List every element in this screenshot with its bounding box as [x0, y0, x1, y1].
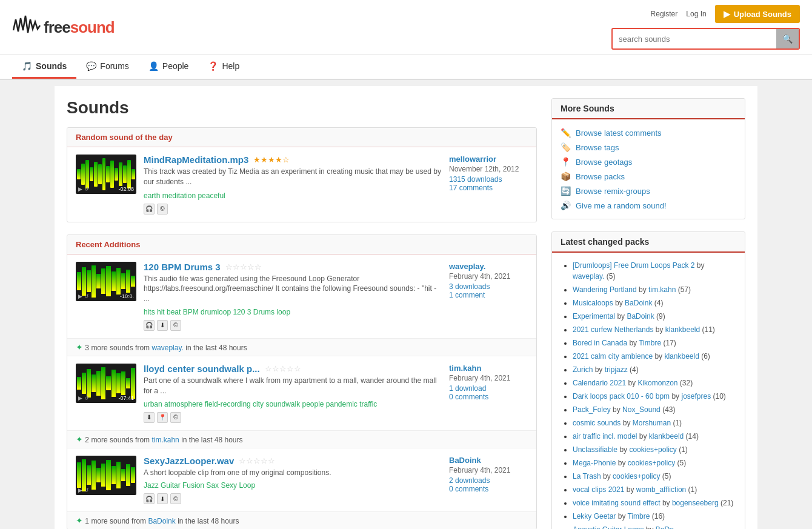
- pack-author-link[interactable]: tim.kahn: [648, 285, 676, 294]
- random-sound-tags: earth meditation peaceful: [144, 191, 442, 200]
- pack-author-link[interactable]: Kikomonzon: [637, 379, 677, 387]
- browse-packs-link[interactable]: 📦 Browse packs: [561, 169, 736, 184]
- pack-name-link[interactable]: voice imitating sound effect: [573, 499, 661, 507]
- pack-author-link[interactable]: bogenseeberg: [672, 499, 719, 507]
- sound3-desc: A short loopable clip from one of my ori…: [144, 468, 442, 478]
- login-link[interactable]: Log In: [686, 10, 706, 18]
- sound1-waveform[interactable]: ▶ ↺ -10:0.: [76, 262, 136, 301]
- sound3-waveform[interactable]: ▶ ↺: [76, 456, 136, 495]
- sound2-headphone-icon[interactable]: ⬇: [144, 412, 155, 423]
- pack-name-link[interactable]: air traffic incl. model: [573, 432, 637, 441]
- copyright-icon[interactable]: ©: [157, 204, 168, 215]
- sound3-more-user[interactable]: BaDoink: [148, 517, 175, 525]
- pack-author-link[interactable]: BaDo...: [656, 525, 680, 529]
- random-sound-user[interactable]: mellowarrior: [449, 155, 528, 164]
- pack-name-link[interactable]: Dark loops pack 010 - 60 bpm: [573, 392, 670, 401]
- pack-author-link[interactable]: josefpres: [681, 392, 711, 401]
- pack-author-link[interactable]: Timbre: [628, 512, 650, 521]
- random-sound-item: ▶ ↺ -02:08 MindRapMeditation.mp3 ★★★★☆ T…: [67, 147, 536, 222]
- browse-tags-link[interactable]: 🏷️ Browse tags: [561, 140, 736, 155]
- pack-author-link[interactable]: klankbeeld: [649, 432, 684, 441]
- upload-sounds-button[interactable]: ▶ Upload Sounds: [715, 5, 800, 23]
- pack-name-link[interactable]: 2021 calm city ambience: [573, 352, 653, 361]
- pack-name-link[interactable]: Wandering Portland: [573, 285, 637, 294]
- sound3-downloads[interactable]: 2 downloads: [449, 476, 528, 485]
- search-input[interactable]: [613, 30, 776, 48]
- sound1-user[interactable]: waveplay.: [449, 262, 528, 271]
- pack-name-link[interactable]: Pack_Foley: [573, 405, 611, 414]
- pack-author-link[interactable]: BaDoink: [627, 312, 654, 321]
- pack-name-link[interactable]: [Drumloops] Free Drum Loops Pack 2: [573, 261, 694, 270]
- logo[interactable]: freesound: [12, 13, 115, 41]
- pack-name-link[interactable]: 2021 curfew Netherlands: [573, 325, 653, 334]
- pack-author-link[interactable]: cookies+policy: [629, 445, 676, 454]
- pack-name-link[interactable]: Lekky Geetar: [573, 512, 616, 521]
- pack-name-link[interactable]: Bored in Canada: [573, 339, 627, 347]
- sound2-comments[interactable]: 0 comments: [449, 393, 528, 401]
- sound1-headphone-icon[interactable]: 🎧: [144, 320, 155, 331]
- search-button[interactable]: 🔍: [776, 29, 799, 48]
- sound1-copyright-icon[interactable]: ©: [170, 320, 181, 331]
- random-sound-comments[interactable]: 17 comments: [449, 184, 528, 192]
- sound2-title[interactable]: lloyd center soundwalk p...: [144, 364, 260, 374]
- sound2-waveform[interactable]: ▶ ↺ -07:41: [76, 364, 136, 403]
- sound2-more-user[interactable]: tim.kahn: [151, 436, 179, 444]
- pack-name-link[interactable]: cosmic sounds: [573, 419, 621, 427]
- pack-author-link[interactable]: cookies+policy: [628, 459, 675, 467]
- sound1-more-user[interactable]: waveplay.: [151, 344, 183, 352]
- sound3-user[interactable]: BaDoink: [449, 456, 528, 465]
- pack-author-link[interactable]: Morshuman: [633, 419, 671, 427]
- pack-name-link[interactable]: Experimental: [573, 312, 615, 321]
- nav-help[interactable]: ❓ Help: [198, 55, 249, 79]
- pack-name-link[interactable]: Mega-Phonie: [573, 459, 616, 467]
- headphone-icon[interactable]: 🎧: [144, 204, 155, 215]
- sound2-more-link: ✦ 2 more sounds from tim.kahn in the las…: [67, 431, 536, 448]
- pack-name-link[interactable]: Zurich: [573, 365, 593, 374]
- sound1-comments[interactable]: 1 comment: [449, 291, 528, 299]
- sound-item-3: ▶ ↺ SexyJazzLooper.wav ☆☆☆☆☆ A short loo…: [67, 448, 536, 513]
- more-sounds-section: More Sounds ✏️ Browse latest comments 🏷️…: [551, 98, 745, 219]
- pack-author-link[interactable]: BaDoink: [625, 299, 652, 307]
- pack-author-link[interactable]: tripjazz: [605, 365, 628, 374]
- sound3-copyright-icon[interactable]: ©: [170, 493, 181, 504]
- nav-forums[interactable]: 💬 Forums: [76, 55, 138, 79]
- random-waveform[interactable]: ▶ ↺ -02:08: [76, 155, 136, 194]
- pack-author-link[interactable]: waveplay.: [573, 272, 604, 281]
- sound2-desc: Part one of a soundwalk where I walk fro…: [144, 376, 442, 396]
- nav-people[interactable]: 👤 People: [139, 55, 199, 79]
- sound1-title[interactable]: 120 BPM Drums 3: [144, 262, 221, 272]
- browse-geotags-link[interactable]: 📍 Browse geotags: [561, 155, 736, 169]
- browse-comments-link[interactable]: ✏️ Browse latest comments: [561, 125, 736, 140]
- sound2-tags: urban atmosphere field-recording city so…: [144, 399, 442, 408]
- pack-name-link[interactable]: Musicaloops: [573, 299, 613, 307]
- sound1-downloads[interactable]: 3 downloads: [449, 282, 528, 291]
- random-sound-downloads[interactable]: 1315 downloads: [449, 175, 528, 184]
- sound3-comments[interactable]: 0 comments: [449, 485, 528, 493]
- nav-sounds[interactable]: 🎵 Sounds: [12, 55, 76, 79]
- pack-author-link[interactable]: womb_affliction: [636, 485, 687, 494]
- pack-author-link[interactable]: Nox_Sound: [622, 405, 661, 414]
- pack-author-link[interactable]: klankbeeld: [665, 325, 700, 334]
- browse-remix-link[interactable]: 🔄 Browse remix-groups: [561, 184, 736, 198]
- register-link[interactable]: Register: [651, 10, 678, 18]
- sound3-headphone-icon[interactable]: 🎧: [144, 493, 155, 504]
- sound2-pin-icon[interactable]: 📍: [157, 412, 168, 423]
- random-sound-link[interactable]: 🔊 Give me a random sound!: [561, 198, 736, 213]
- pack-name-link[interactable]: Calendario 2021: [573, 379, 626, 387]
- pack-author-link[interactable]: klankbeeld: [664, 352, 699, 361]
- sound3-title[interactable]: SexyJazzLooper.wav: [144, 456, 234, 466]
- pack-name-link[interactable]: Acoustic Guitar Loops: [573, 525, 644, 529]
- sound3-more-link: ✦ 1 more sound from BaDoink in the last …: [67, 512, 536, 529]
- pack-author-link[interactable]: cookies+policy: [613, 472, 660, 481]
- latest-packs-body: [Drumloops] Free Drum Loops Pack 2 by wa…: [552, 253, 745, 529]
- sound2-copyright-icon[interactable]: ©: [170, 412, 181, 423]
- pack-name-link[interactable]: Unclassifiable: [573, 445, 617, 454]
- random-sound-title[interactable]: MindRapMeditation.mp3: [144, 155, 248, 165]
- sound3-download-icon[interactable]: ⬇: [157, 493, 168, 504]
- pack-name-link[interactable]: La Trash: [573, 472, 601, 481]
- sound2-downloads[interactable]: 1 download: [449, 384, 528, 393]
- pack-name-link[interactable]: vocal clips 2021: [573, 485, 624, 494]
- sound2-user[interactable]: tim.kahn: [449, 364, 528, 373]
- pack-author-link[interactable]: Timbre: [639, 339, 661, 347]
- sound1-download-icon[interactable]: ⬇: [157, 320, 168, 331]
